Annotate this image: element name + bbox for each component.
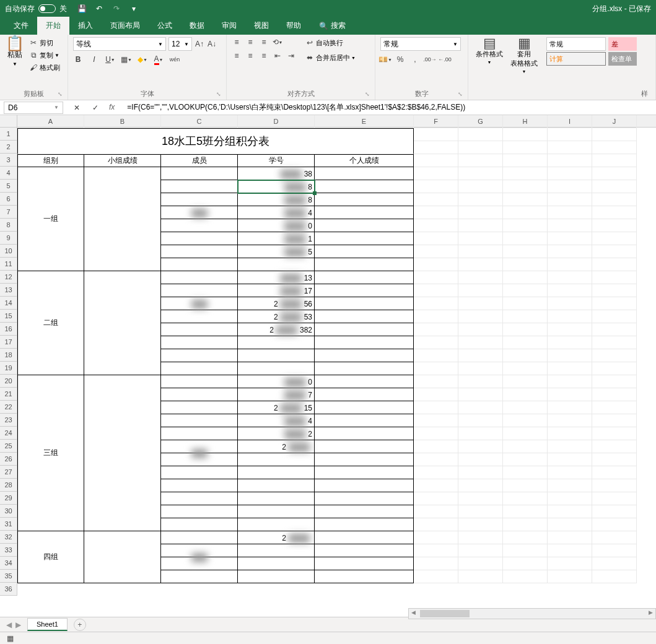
cell-H12[interactable] (503, 258, 548, 271)
cell-H7[interactable] (503, 193, 548, 206)
sheet-tab[interactable]: Sheet1 (27, 618, 68, 631)
font-size-select[interactable]: 12▼ (168, 37, 192, 51)
cell-A5[interactable]: 一组 (17, 167, 84, 271)
cell-I26[interactable] (548, 440, 592, 453)
cell-J12[interactable] (592, 258, 637, 271)
cell-J23[interactable] (592, 401, 637, 414)
tab-review[interactable]: 审阅 (213, 17, 245, 35)
cell-G10[interactable] (458, 232, 503, 245)
search-box[interactable]: 🔍 搜索 (315, 17, 349, 35)
cell-F12[interactable] (414, 258, 458, 271)
row-header-20[interactable]: 20 (0, 375, 17, 388)
cell-E27[interactable] (315, 453, 414, 466)
cell-G17[interactable] (458, 323, 503, 336)
decrease-decimal-icon[interactable]: ←.00 (440, 54, 450, 64)
cell-I28[interactable] (548, 466, 592, 479)
cell-F15[interactable] (414, 297, 458, 310)
row-header-24[interactable]: 24 (0, 427, 17, 440)
cell-E29[interactable] (315, 479, 414, 492)
cell-C29[interactable] (161, 479, 238, 492)
cell-D15[interactable] (238, 297, 315, 310)
cell-J11[interactable] (592, 245, 637, 258)
cell-D4[interactable]: 学号 (238, 154, 315, 167)
cell-I8[interactable] (548, 206, 592, 219)
cell-I32[interactable] (548, 518, 592, 531)
cell-G28[interactable] (458, 466, 503, 479)
fx-icon[interactable]: fx (109, 103, 115, 113)
cell-G8[interactable] (458, 206, 503, 219)
cell-G16[interactable] (458, 310, 503, 323)
cell-E33[interactable] (315, 531, 414, 544)
cell-H17[interactable] (503, 323, 548, 336)
cell-F16[interactable] (414, 310, 458, 323)
cell-D12[interactable] (238, 258, 315, 271)
decrease-font-icon[interactable]: A↓ (207, 39, 217, 49)
cell-C28[interactable] (161, 466, 238, 479)
cell-J6[interactable] (592, 180, 637, 193)
align-bottom-icon[interactable]: ≡ (259, 37, 269, 47)
cell-G7[interactable] (458, 193, 503, 206)
cell-J27[interactable] (592, 453, 637, 466)
cell-J35[interactable] (592, 557, 637, 570)
cell-G2[interactable] (458, 128, 503, 141)
redo-icon[interactable]: ↷ (112, 4, 121, 14)
cell-A2[interactable]: 18水工5班分组积分表 (17, 128, 414, 154)
cell-I7[interactable] (548, 193, 592, 206)
cell-G26[interactable] (458, 440, 503, 453)
cell-G34[interactable] (458, 544, 503, 557)
cell-F6[interactable] (414, 180, 458, 193)
format-painter-button[interactable]: 🖌格式刷 (27, 62, 61, 73)
cancel-icon[interactable]: ✕ (72, 103, 82, 113)
row-header-36[interactable]: 36 (0, 583, 17, 596)
cell-I12[interactable] (548, 258, 592, 271)
cell-D22[interactable] (238, 388, 315, 401)
row-header-14[interactable]: 14 (0, 297, 17, 310)
tab-file[interactable]: 文件 (5, 17, 37, 35)
row-header-13[interactable]: 13 (0, 284, 17, 297)
cell-F19[interactable] (414, 349, 458, 362)
cell-J33[interactable] (592, 531, 637, 544)
cell-C34[interactable] (161, 544, 238, 557)
cell-C5[interactable] (161, 167, 238, 180)
cell-F18[interactable] (414, 336, 458, 349)
cell-B13[interactable] (84, 271, 161, 375)
cell-H15[interactable] (503, 297, 548, 310)
cell-F26[interactable] (414, 440, 458, 453)
cell-G18[interactable] (458, 336, 503, 349)
cell-G31[interactable] (458, 505, 503, 518)
cell-A33[interactable]: 四组 (17, 531, 84, 583)
cell-F7[interactable] (414, 193, 458, 206)
fill-color-icon[interactable]: ◆▼ (138, 54, 147, 64)
dialog-launcher-icon[interactable]: ⤡ (58, 91, 63, 97)
cell-J29[interactable] (592, 479, 637, 492)
cell-E5[interactable] (315, 167, 414, 180)
cell-J36[interactable] (592, 570, 637, 583)
cell-G35[interactable] (458, 557, 503, 570)
cell-G32[interactable] (458, 518, 503, 531)
cell-D7[interactable] (238, 193, 315, 206)
cell-E8[interactable] (315, 206, 414, 219)
row-header-27[interactable]: 27 (0, 466, 17, 479)
cell-H6[interactable] (503, 180, 548, 193)
cell-G1[interactable] (458, 115, 503, 128)
cell-J14[interactable] (592, 284, 637, 297)
cell-H25[interactable] (503, 427, 548, 440)
cell-C14[interactable] (161, 284, 238, 297)
cell-H18[interactable] (503, 336, 548, 349)
number-format-select[interactable]: 常规▼ (380, 37, 461, 51)
row-header-16[interactable]: 16 (0, 323, 17, 336)
dialog-launcher-icon[interactable]: ⤡ (365, 91, 370, 97)
cell-E32[interactable] (315, 518, 414, 531)
cell-E23[interactable] (315, 401, 414, 414)
increase-decimal-icon[interactable]: .00→ (425, 54, 435, 64)
cell-G24[interactable] (458, 414, 503, 427)
cell-G36[interactable] (458, 570, 503, 583)
cell-F29[interactable] (414, 479, 458, 492)
cell-E15[interactable] (315, 297, 414, 310)
cell-D5[interactable] (238, 167, 315, 180)
conditional-format-button[interactable]: ▤ 条件格式 ▼ (473, 37, 505, 66)
row-header-8[interactable]: 8 (0, 219, 17, 232)
cell-I29[interactable] (548, 479, 592, 492)
cell-J3[interactable] (592, 141, 637, 154)
accounting-icon[interactable]: 💴▼ (380, 54, 390, 64)
